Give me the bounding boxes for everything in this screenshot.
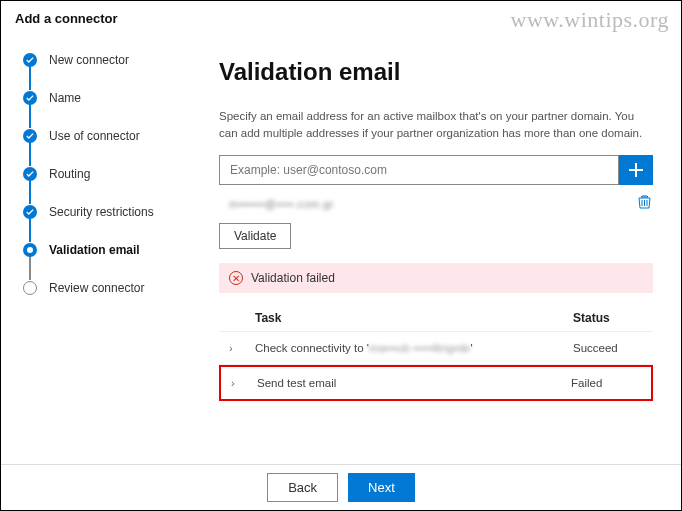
wizard-step-label: Name xyxy=(49,91,81,105)
wizard-step[interactable]: Security restrictions xyxy=(23,204,191,220)
wizard-footer: Back Next xyxy=(1,464,681,510)
task-cell: Check connectivity to 'ma•••ub •••••llin… xyxy=(255,342,573,354)
header-title: Add a connector xyxy=(15,11,118,26)
task-table-body: ›Check connectivity to 'ma•••ub •••••lli… xyxy=(219,332,653,401)
back-button[interactable]: Back xyxy=(267,473,338,502)
delete-email-button[interactable] xyxy=(638,195,651,213)
status-cell: Failed xyxy=(571,377,641,389)
task-table-header: Task Status xyxy=(219,305,653,332)
added-email-text: m••••••@••••.com.gr xyxy=(229,198,334,210)
wizard-step[interactable]: Name xyxy=(23,90,191,106)
table-row[interactable]: ›Check connectivity to 'ma•••ub •••••lli… xyxy=(219,332,653,365)
check-icon xyxy=(23,129,37,143)
wizard-step-label: New connector xyxy=(49,53,129,67)
main-panel: Validation email Specify an email addres… xyxy=(201,34,681,464)
email-input-row xyxy=(219,155,653,185)
email-input[interactable] xyxy=(219,155,619,185)
wizard-steps: New connectorNameUse of connectorRouting… xyxy=(23,52,191,296)
row-frame: ›Check connectivity to 'ma•••ub •••••lli… xyxy=(219,332,653,365)
add-email-button[interactable] xyxy=(619,155,653,185)
check-icon xyxy=(23,53,37,67)
table-row[interactable]: ›Send test emailFailed xyxy=(221,367,651,399)
body: New connectorNameUse of connectorRouting… xyxy=(1,34,681,464)
wizard-step[interactable]: Use of connector xyxy=(23,128,191,144)
next-button[interactable]: Next xyxy=(348,473,415,502)
check-icon xyxy=(23,205,37,219)
pending-step-icon xyxy=(23,281,37,295)
chevron-right-icon: › xyxy=(229,342,255,354)
current-step-icon xyxy=(23,243,37,257)
status-column-header: Status xyxy=(573,311,643,325)
wizard-step[interactable]: New connector xyxy=(23,52,191,68)
wizard-step-label: Use of connector xyxy=(49,129,140,143)
status-cell: Succeed xyxy=(573,342,643,354)
validation-alert: ✕ Validation failed xyxy=(219,263,653,293)
check-icon xyxy=(23,167,37,181)
page-description: Specify an email address for an active m… xyxy=(219,108,653,141)
wizard-step-label: Review connector xyxy=(49,281,144,295)
wizard-step-label: Validation email xyxy=(49,243,140,257)
trash-icon xyxy=(638,195,651,209)
page-header: Add a connector xyxy=(1,1,681,34)
alert-text: Validation failed xyxy=(251,271,335,285)
chevron-right-icon: › xyxy=(231,377,257,389)
wizard-step[interactable]: Routing xyxy=(23,166,191,182)
window: www.wintips.org Add a connector New conn… xyxy=(0,0,682,511)
wizard-step[interactable]: Review connector xyxy=(23,280,191,296)
check-icon xyxy=(23,91,37,105)
highlighted-row-frame: ›Send test emailFailed xyxy=(219,365,653,401)
wizard-step-label: Routing xyxy=(49,167,90,181)
wizard-sidebar: New connectorNameUse of connectorRouting… xyxy=(1,34,201,464)
task-cell: Send test email xyxy=(257,377,571,389)
plus-icon xyxy=(629,163,643,177)
wizard-step[interactable]: Validation email xyxy=(23,242,191,258)
page-title: Validation email xyxy=(219,58,653,86)
validate-button[interactable]: Validate xyxy=(219,223,291,249)
wizard-step-label: Security restrictions xyxy=(49,205,154,219)
added-email-row: m••••••@••••.com.gr xyxy=(219,193,653,223)
error-icon: ✕ xyxy=(229,271,243,285)
task-column-header: Task xyxy=(255,311,573,325)
